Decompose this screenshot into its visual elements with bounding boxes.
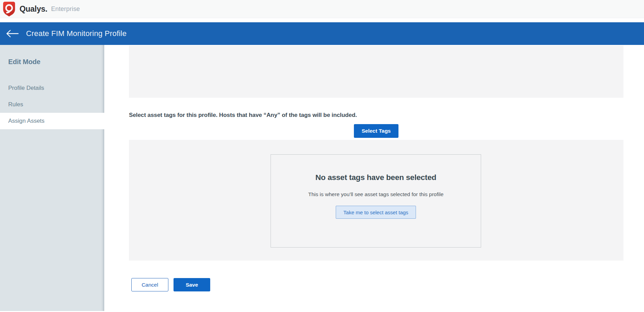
cancel-button[interactable]: Cancel (131, 278, 168, 291)
sidebar-item-rules[interactable]: Rules (0, 96, 104, 113)
empty-state-description: This is where you’ll see asset tags sele… (307, 191, 444, 197)
empty-state-box: No asset tags have been selected This is… (271, 154, 481, 248)
app-window: Qualys. Enterprise Create FIM Monitoring… (0, 0, 644, 312)
sidebar: Edit Mode Profile Details Rules Assign A… (0, 45, 104, 311)
page-header: Create FIM Monitoring Profile (0, 22, 644, 45)
back-arrow-icon (6, 29, 19, 38)
instruction-text: Select asset tags for this profile. Host… (129, 112, 357, 119)
edit-mode-label: Edit Mode (8, 58, 104, 66)
sidebar-nav: Profile Details Rules Assign Assets (0, 80, 104, 129)
topbar: Qualys. Enterprise (0, 0, 644, 18)
sidebar-item-assign-assets[interactable]: Assign Assets (0, 113, 104, 129)
qualys-logo: Qualys. Enterprise (3, 2, 80, 16)
sidebar-item-profile-details[interactable]: Profile Details (0, 80, 104, 96)
brand-name: Qualys. (20, 4, 47, 14)
save-button[interactable]: Save (174, 278, 210, 291)
content-panel-top (129, 46, 623, 98)
footer-actions: Cancel Save (131, 278, 210, 291)
select-tags-button[interactable]: Select Tags (354, 124, 398, 138)
asset-tags-panel: No asset tags have been selected This is… (129, 140, 623, 261)
brand-edition: Enterprise (51, 5, 80, 13)
page-title: Create FIM Monitoring Profile (26, 29, 127, 38)
take-me-to-select-asset-tags-button[interactable]: Take me to select asset tags (336, 206, 416, 219)
qualys-shield-icon (3, 2, 15, 16)
back-button[interactable] (4, 27, 20, 40)
empty-state-title: No asset tags have been selected (315, 173, 437, 182)
